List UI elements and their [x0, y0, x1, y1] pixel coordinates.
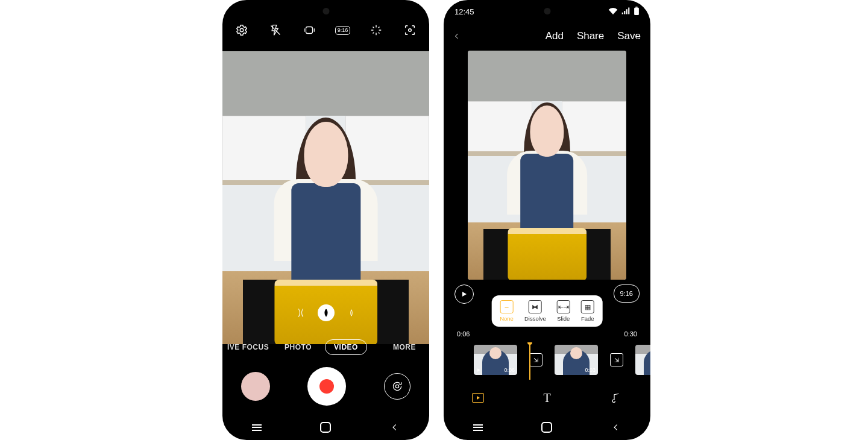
switch-camera-button[interactable]: [384, 373, 410, 400]
clip-3[interactable]: 0:03: [635, 345, 650, 375]
tab-text[interactable]: T: [539, 391, 554, 405]
svg-point-3: [409, 29, 412, 32]
lens-ultrawide[interactable]: [292, 304, 309, 321]
nav-home-icon[interactable]: [535, 415, 559, 439]
transition-dissolve[interactable]: ⧓Dissolve: [524, 300, 546, 322]
video-editor-phone: 12:45 Add Share Save: [444, 0, 650, 440]
scene-illustration: [468, 51, 626, 280]
share-button[interactable]: Share: [577, 30, 604, 42]
nav-recents-icon[interactable]: [245, 415, 269, 439]
svg-point-0: [240, 28, 244, 32]
transition-handle-1[interactable]: ⇲: [529, 353, 542, 366]
svg-rect-2: [306, 27, 312, 34]
status-time: 12:45: [454, 7, 474, 16]
aspect-ratio-badge[interactable]: 9:16: [614, 284, 640, 303]
mode-photo[interactable]: PHOTO: [285, 343, 312, 351]
transition-popover: –None ⧓Dissolve ⇤⇥Slide ▦Fade: [491, 295, 603, 327]
record-dot-icon: [319, 379, 334, 394]
timeline-total-time: 0:30: [624, 330, 637, 338]
clip-timeline[interactable]: 0:06 ⇲ 0:03 ⇲ 0:03: [444, 342, 650, 380]
save-button[interactable]: Save: [617, 30, 641, 42]
editor-preview[interactable]: [468, 51, 626, 280]
camera-mode-strip[interactable]: IVE FOCUS PHOTO VIDEO MORE: [222, 337, 429, 357]
add-button[interactable]: Add: [546, 30, 564, 42]
front-camera-hole: [322, 8, 329, 14]
filters-icon[interactable]: [369, 23, 383, 37]
record-button[interactable]: [307, 367, 346, 406]
tab-music[interactable]: [609, 391, 623, 405]
transition-none[interactable]: –None: [500, 300, 514, 322]
back-button[interactable]: [453, 31, 461, 42]
nav-home-icon[interactable]: [313, 415, 338, 439]
system-nav-bar: [444, 415, 650, 440]
battery-icon: [634, 7, 640, 17]
clip-2[interactable]: 0:03: [555, 345, 598, 375]
flash-off-icon[interactable]: [268, 23, 283, 37]
timeline-time-labels: 0:06 0:30: [444, 330, 650, 338]
lens-tele[interactable]: [343, 304, 360, 321]
svg-rect-6: [635, 7, 637, 8]
aspect-ratio-icon[interactable]: 9:16: [335, 23, 350, 37]
camera-viewfinder[interactable]: [222, 51, 429, 344]
play-button[interactable]: [454, 284, 474, 304]
nav-recents-icon[interactable]: [466, 415, 490, 439]
mode-more[interactable]: MORE: [393, 343, 416, 351]
clip-duration: 0:03: [585, 367, 596, 373]
svg-rect-5: [634, 7, 639, 14]
nav-back-icon[interactable]: [604, 415, 628, 439]
motion-photo-icon[interactable]: [302, 23, 316, 37]
lens-selector: [222, 304, 429, 321]
settings-icon[interactable]: [234, 23, 249, 37]
transition-slide[interactable]: ⇤⇥Slide: [557, 300, 570, 322]
editor-header: Add Share Save: [444, 24, 650, 48]
signal-icon: [621, 7, 630, 16]
mode-live-focus[interactable]: IVE FOCUS: [227, 343, 269, 351]
camera-shutter-row: [222, 360, 429, 412]
nav-back-icon[interactable]: [383, 415, 407, 439]
transition-fade[interactable]: ▦Fade: [581, 300, 594, 322]
system-nav-bar: [222, 415, 429, 440]
scan-icon[interactable]: [403, 23, 417, 37]
scene-illustration: [222, 51, 429, 344]
svg-point-4: [395, 385, 398, 388]
clip-1[interactable]: 0:06: [474, 345, 517, 375]
playhead[interactable]: [529, 342, 530, 380]
camera-top-toolbar: 9:16: [222, 18, 429, 42]
mode-video-active[interactable]: VIDEO: [325, 339, 367, 355]
front-camera-hole: [544, 8, 550, 14]
wifi-icon: [608, 7, 618, 16]
clip-play-icon: [476, 366, 481, 372]
clip-duration: 0:06: [504, 367, 515, 373]
transition-handle-2[interactable]: ⇲: [610, 353, 623, 366]
timeline-current-time: 0:06: [457, 330, 470, 338]
camera-app-phone: 9:16: [222, 0, 429, 440]
editor-bottom-tabs: T: [444, 386, 650, 410]
lens-wide[interactable]: [318, 304, 335, 321]
gallery-thumbnail[interactable]: [241, 372, 270, 401]
tab-clips[interactable]: [471, 391, 485, 405]
